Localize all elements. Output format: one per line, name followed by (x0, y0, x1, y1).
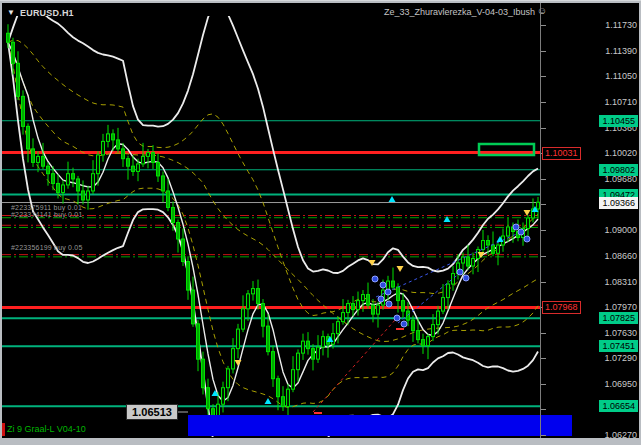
axis-tick-mark (541, 128, 546, 129)
sell-arrow-icon (397, 266, 404, 272)
buy-arrow-icon (444, 216, 451, 222)
sell-arrow-icon (369, 260, 376, 266)
buy-arrow-icon (265, 398, 272, 404)
price-level-label: 1.06654 (599, 400, 638, 412)
axis-tick-mark (541, 102, 546, 103)
axis-tick-label: 1.07630 (604, 328, 637, 339)
axis-tick-mark (541, 282, 546, 283)
order-line-label[interactable]: #223374141 buy 0.01 (11, 211, 83, 218)
price-level-label: 1.07451 (599, 340, 638, 352)
chart-area[interactable]: ▼ EURUSD.H1 Ze_33_Zhuravlerezka_V-04-03_… (2, 3, 639, 438)
chevron-down-icon[interactable]: ▼ (7, 8, 15, 17)
buy-arrow-icon (389, 196, 396, 202)
current-price-label: 1.09366 (599, 197, 638, 209)
price-tag-label: 1.06513 (126, 404, 178, 420)
pending-order-dot (513, 224, 519, 230)
axis-tick-mark (541, 51, 546, 52)
terminal-window: ▼ EURUSD.H1 Ze_33_Zhuravlerezka_V-04-03_… (0, 0, 641, 445)
axis-tick-mark (541, 179, 546, 180)
white-band-line (8, 3, 538, 273)
pending-order-dot (463, 275, 469, 281)
candles-layer (7, 24, 540, 429)
pending-order-dot (457, 269, 463, 275)
price-level-label-red: 1.10031 (542, 147, 581, 160)
axis-tick-label: 1.11730 (605, 20, 637, 31)
price-level-label: 1.09802 (599, 164, 638, 176)
axis-tick-mark (541, 435, 546, 436)
indicator-name-label: Ze_33_Zhuravlerezka_V-04-03_Ibush (384, 7, 535, 17)
axis-tick-mark (541, 333, 546, 334)
price-axis[interactable]: 1.117301.113901.110501.107101.103601.100… (540, 3, 640, 438)
axis-tick-label: 1.11390 (605, 46, 637, 57)
axis-tick-label: 1.06950 (604, 379, 637, 390)
axis-tick-mark (541, 358, 546, 359)
axis-tick-label: 1.06270 (604, 430, 637, 441)
axis-tick-mark (541, 256, 546, 257)
blue-zone-rect (188, 415, 572, 436)
axis-tick-mark (541, 409, 546, 410)
axis-tick-label: 1.11050 (605, 71, 637, 82)
pending-order-dot (401, 321, 407, 327)
stop-mark (396, 328, 404, 330)
pending-order-dot (380, 282, 386, 288)
pending-order-dot (518, 229, 524, 235)
pending-order-dot (394, 315, 400, 321)
order-line-label[interactable]: #223356199 buy 0.05 (11, 244, 83, 251)
pending-order-dot (385, 289, 391, 295)
axis-tick-mark (541, 384, 546, 385)
axis-tick-mark (541, 204, 546, 205)
axis-tick-label: 1.07290 (604, 353, 637, 364)
axis-tick-label: 1.08660 (604, 251, 637, 262)
axis-tick-mark (541, 230, 546, 231)
chart-layers (2, 3, 540, 438)
status-mark (2, 423, 5, 436)
symbol-timeframe-label: EURUSD.H1 (20, 8, 74, 18)
axis-tick-label: 1.08310 (604, 277, 637, 288)
sell-arrow-icon (235, 360, 242, 366)
ea-version-label: Zi 9 Graal-L V04-10 (7, 424, 86, 434)
pending-order-dot (372, 276, 378, 282)
price-level-label: 1.10455 (599, 115, 638, 127)
price-level-label-red: 1.07968 (542, 301, 581, 314)
order-line-label[interactable]: #223375911 buy 0.01 (11, 204, 82, 211)
pending-order-dot (386, 301, 392, 307)
axis-tick-label: 1.10710 (604, 97, 637, 108)
price-level-label: 1.07825 (599, 312, 638, 324)
axis-tick-mark (541, 25, 546, 26)
axis-tick-label: 1.09000 (604, 225, 637, 236)
axis-tick-label: 1.10020 (604, 148, 637, 159)
stop-mark (314, 412, 322, 414)
pending-order-dot (524, 236, 530, 242)
pending-order-dot (378, 296, 384, 302)
axis-tick-mark (541, 76, 546, 77)
trade-connector-sell (313, 319, 396, 412)
